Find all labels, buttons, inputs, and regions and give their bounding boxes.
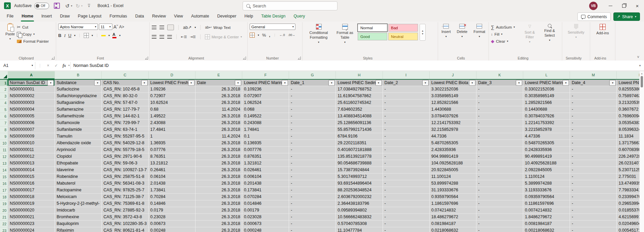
cell-F16[interactable]: 0.201438 [242, 180, 289, 187]
search-input[interactable]: Search [243, 1, 337, 10]
cell-J9[interactable]: 44.7336 [430, 133, 476, 140]
cell-I7[interactable]: - [383, 120, 430, 126]
cell-I15[interactable]: - [383, 173, 430, 180]
cell-I18[interactable]: - [383, 194, 430, 200]
cell-B9[interactable]: Tiamulin [55, 133, 102, 140]
restore-button[interactable] [617, 0, 631, 11]
cell-E11[interactable]: 26.3.2018 [195, 147, 242, 153]
cell-G10[interactable]: - [289, 140, 336, 147]
cell-K3[interactable]: - [476, 93, 523, 100]
cell-B5[interactable]: Sulfamerazine [55, 106, 102, 113]
cell-A13[interactable]: NS00000013 [8, 160, 55, 167]
cell-G6[interactable]: - [289, 113, 336, 120]
cell-I2[interactable]: - [383, 86, 430, 93]
cell-L11[interactable]: 0.2428335936 [523, 147, 570, 153]
tab-help[interactable]: Help [240, 11, 257, 22]
cell-D19[interactable]: 0.14846 [149, 200, 195, 207]
cell-A2[interactable]: NS00000001 [8, 86, 55, 93]
column-header-H[interactable]: H [336, 71, 383, 79]
row-header-11[interactable]: 11 [0, 147, 8, 153]
cell-E23[interactable]: 26.3.2018 [195, 227, 242, 232]
cell-style-normal[interactable]: Normal [358, 24, 387, 32]
fx-chevron-icon[interactable]: ▾ [68, 64, 70, 67]
cancel-entry-icon[interactable]: × [44, 63, 52, 68]
column-header-F[interactable]: F [242, 71, 289, 79]
cell-L2[interactable]: 0.33022152036 [523, 86, 570, 93]
autosave-toggle[interactable]: Off [34, 3, 49, 9]
customize-qat-icon[interactable]: ˅ [88, 4, 90, 7]
cell-F2[interactable]: 0.109236 [242, 86, 289, 93]
cell-F21[interactable]: 0.023028 [242, 214, 289, 221]
cell-H17[interactable]: 88.202536348524 [336, 187, 383, 194]
cell-D14[interactable]: 0.26461 [149, 167, 195, 173]
filter-button-F[interactable]: ▼ [282, 80, 288, 86]
cell-E6[interactable]: 26.3.2018 [195, 113, 242, 120]
row-header-12[interactable]: 12 [0, 153, 8, 160]
cell-C11[interactable]: CAS_RN: 55779-18-5 [102, 147, 148, 153]
filter-button-J[interactable]: ▼ [469, 80, 475, 86]
cell-J8[interactable]: 32.215852978 [430, 126, 476, 133]
cell-A11[interactable]: NS00000011 [8, 147, 55, 153]
cell-M9[interactable]: - [570, 133, 617, 140]
cell-G19[interactable]: - [289, 200, 336, 207]
cell-M4[interactable]: - [570, 100, 617, 106]
row-header-6[interactable]: 6 [0, 113, 8, 120]
number-format-select[interactable]: General▾ [250, 24, 295, 30]
cell-G14[interactable]: - [289, 167, 336, 173]
cell-H7[interactable]: 25.128656091136 [336, 120, 383, 126]
cell-L18[interactable]: 0.09359790564 [523, 194, 570, 200]
cell-L10[interactable]: 0.54870265305 [523, 140, 570, 147]
cell-style-good[interactable]: Good [358, 33, 387, 40]
cell-C3[interactable]: CAS_RN: 80-32-0 [102, 93, 148, 100]
cell-I16[interactable]: - [383, 180, 430, 187]
cell-L8[interactable]: 3.2215852978 [523, 126, 570, 133]
cell-M22[interactable]: - [570, 221, 617, 227]
cell-M21[interactable]: - [570, 214, 617, 221]
cell-D7[interactable]: 2.43088 [149, 120, 195, 126]
cell-G1[interactable]: Date_1▼ [289, 80, 336, 86]
tab-automate[interactable]: Automate [187, 11, 213, 22]
cell-F12[interactable]: 0.876351 [242, 153, 289, 160]
undo-icon[interactable]: ↺ [65, 3, 70, 8]
column-header-D[interactable]: D [149, 71, 195, 79]
cell-D1[interactable]: Lowest PNEC Freshw▼ [149, 80, 195, 86]
cell-J16[interactable]: 53.899974288 [430, 180, 476, 187]
fill-color-button[interactable] [101, 35, 106, 36]
cell-H5[interactable]: 7.634602352 [336, 106, 383, 113]
cell-E21[interactable]: 26.3.2018 [195, 214, 242, 221]
cell-K2[interactable]: - [476, 86, 523, 93]
cell-G20[interactable]: - [289, 207, 336, 214]
cell-C1[interactable]: CAS No.▼ [102, 80, 148, 86]
cell-C10[interactable]: CAS_RN: 54029-12-8 [102, 140, 148, 147]
cell-D15[interactable]: 0.06104 [149, 173, 195, 180]
cell-G12[interactable]: - [289, 153, 336, 160]
cell-I4[interactable]: - [383, 100, 430, 106]
cell-J2[interactable]: 3.3022152036 [430, 86, 476, 93]
copy-button[interactable]: Copy▾ [17, 31, 49, 38]
cell-E12[interactable]: 26.3.2018 [195, 153, 242, 160]
cell-D22[interactable]: 0.00673 [149, 221, 195, 227]
row-header-3[interactable]: 3 [0, 93, 8, 100]
cell-D17[interactable]: 1.73841 [149, 187, 195, 194]
cell-L22[interactable]: 0.0081984187 [523, 221, 570, 227]
cell-A16[interactable]: NS00000016 [8, 180, 55, 187]
comma-style-icon[interactable]: , [269, 33, 271, 37]
cell-F5[interactable]: 0.068 [242, 106, 289, 113]
cell-A8[interactable]: NS00000007 [8, 126, 55, 133]
cell-A23[interactable]: NS00000024 [8, 227, 55, 232]
cell-I11[interactable]: - [383, 147, 430, 153]
column-header-G[interactable]: G [289, 71, 336, 79]
cell-E20[interactable]: 26.3.2018 [195, 207, 242, 214]
cell-G11[interactable]: - [289, 147, 336, 153]
column-header-I[interactable]: I [383, 71, 430, 79]
cell-D18[interactable]: 0.70284 [149, 194, 195, 200]
cell-H23[interactable]: 11.10477784 [336, 227, 383, 232]
row-header-23[interactable]: 23 [0, 227, 8, 232]
minimize-button[interactable] [604, 0, 617, 11]
cell-K4[interactable]: - [476, 100, 523, 106]
autosum-button[interactable]: ∑AutoSum▾ [491, 24, 520, 31]
cell-M16[interactable]: - [570, 180, 617, 187]
decrease-indent-icon[interactable]: ⇤☰ [181, 35, 187, 39]
cell-D5[interactable]: 0.68 [149, 106, 195, 113]
cell-D11[interactable]: 0.07776 [149, 147, 195, 153]
